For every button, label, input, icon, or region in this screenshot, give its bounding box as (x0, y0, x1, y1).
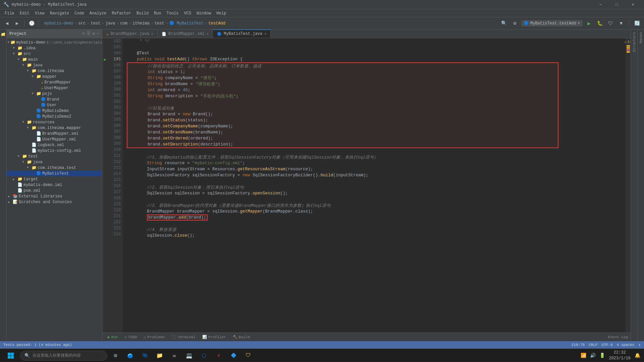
tree-item-target[interactable]: ▶ 📁 target (7, 176, 102, 182)
menu-build[interactable]: Build (134, 10, 151, 16)
tree-item-mybatistest[interactable]: 🔵 MyBatisTest (7, 171, 102, 176)
search-everywhere-button[interactable]: 🔍 (500, 19, 508, 28)
taskbar-git-icon[interactable]: ⚡ (212, 349, 225, 362)
tree-item-java-test[interactable]: ▼ 📁 java (7, 159, 102, 165)
debug-button[interactable]: 🐛 (595, 19, 604, 28)
tray-battery-icon[interactable]: 🔋 (598, 352, 606, 360)
run-config-selector[interactable]: 🔵 MyBatisTest.testAdd ▼ (521, 20, 583, 26)
tree-item-pom-xml[interactable]: 📄 pom.xml (7, 188, 102, 193)
menu-view[interactable]: View (32, 10, 47, 16)
tree-arrow[interactable]: ▼ (22, 63, 27, 67)
start-button[interactable] (3, 349, 19, 362)
menu-edit[interactable]: Edit (17, 10, 32, 16)
back-button[interactable]: ◀ (3, 19, 11, 28)
tree-item-mybatisdemo[interactable]: 🔵 MyBatisDemo (7, 108, 102, 114)
warning-indicator[interactable]: ⚠ 11 (625, 40, 631, 44)
taskbar-vscode-icon[interactable]: ⬡ (197, 349, 211, 362)
menu-navigate[interactable]: Navigate (47, 10, 72, 16)
menu-file[interactable]: File (2, 10, 17, 16)
line-ending[interactable]: CRLF (589, 343, 597, 347)
panel-scope-btn[interactable]: ⊙ (82, 31, 85, 36)
tab-brandmapper-xml[interactable]: 📄 BrandMapper.xml ✕ (158, 29, 213, 38)
bottom-tab-problems[interactable]: ⚠ Problems (141, 334, 167, 340)
tree-item-mybatisdemo2[interactable]: 🔵 MyBatisDemo2 (7, 114, 102, 119)
run-gutter-icon[interactable]: ▶ (102, 56, 108, 62)
tab-mybatistest-java[interactable]: 🔵 MyBatisTest.java ✕ (213, 29, 271, 38)
update-button[interactable]: 🔄 (633, 19, 641, 28)
tree-item-mybatis-demo[interactable]: ▼ 📁 mybatis-demo E:\JAVA_LearningMateria… (7, 40, 102, 45)
close-button[interactable]: ✕ (625, 0, 641, 9)
tree-item-idea[interactable]: ▼ 📁 .idea (7, 45, 102, 51)
tree-arrow[interactable]: ▼ (27, 166, 32, 170)
tree-item-pojo[interactable]: ▼ 📁 pojo (7, 91, 102, 97)
tree-arrow[interactable]: ▼ (17, 58, 22, 61)
tree-arrow[interactable]: ▼ (27, 126, 32, 130)
breadcrumb-mybatistest[interactable]: 🔵 MyBatisTest (169, 21, 203, 26)
code-editor[interactable]: * */ @Test public void testAdd() throws … (123, 38, 626, 333)
file-encoding[interactable]: UTF-8 (602, 343, 613, 347)
tree-arrow[interactable]: ▼ (32, 92, 36, 96)
task-view-button[interactable]: ⊞ (109, 349, 122, 362)
tree-item-src[interactable]: ▼ 📁 src (7, 51, 102, 57)
taskbar-mail-icon[interactable]: ✉ (168, 349, 181, 362)
tree-item-resources[interactable]: ▼ 📁 resources (7, 119, 102, 125)
indent-settings[interactable]: 4 spaces (617, 343, 635, 347)
maximize-button[interactable]: □ (609, 0, 625, 9)
tree-item-brandmapper-xml[interactable]: 📄 BrandMapper.xml (7, 131, 102, 136)
tree-arrow[interactable]: ▼ (32, 75, 36, 78)
event-log-btn[interactable]: Event Log (608, 335, 628, 339)
tree-arrow[interactable]: ▼ (7, 41, 10, 44)
tray-volume-icon[interactable]: 🔊 (589, 352, 597, 360)
menu-code[interactable]: Code (72, 10, 87, 16)
taskbar-security-icon[interactable]: 🛡 (241, 349, 255, 362)
breadcrumb-src[interactable]: src (78, 21, 86, 26)
notifications-icon[interactable]: 🔔 (633, 352, 641, 360)
tree-item-test[interactable]: ▼ 📁 test (7, 154, 102, 159)
settings-button[interactable]: ⚙ (511, 19, 519, 28)
tab-close-brandmapper[interactable]: ✕ (151, 32, 153, 36)
warning-stripe-1[interactable] (627, 45, 630, 47)
tree-item-mybatis-config-xml[interactable]: 📄 mybatis-config.xml (7, 148, 102, 154)
bottom-tab-terminal[interactable]: ⬛ Terminal (169, 334, 198, 340)
tree-arrow[interactable]: ▼ (13, 46, 17, 50)
tree-arrow[interactable]: ▶ (8, 200, 13, 204)
coverage-button[interactable]: 🛡 (606, 19, 615, 28)
panel-gear-btn[interactable]: ⚙ (93, 31, 95, 36)
tree-item-scratches[interactable]: ▶ 📝 Scratches and Consoles (7, 199, 102, 205)
recent-files-button[interactable]: 🕐 (27, 19, 36, 28)
warning-stripe-2[interactable] (627, 47, 630, 49)
tree-item-mapper[interactable]: ▼ 📁 mapper (7, 74, 102, 79)
tree-item-java-main[interactable]: ▼ 📁 java (7, 62, 102, 68)
minimize-button[interactable]: — (593, 0, 608, 9)
tree-item-main[interactable]: ▼ 📁 main (7, 57, 102, 62)
bottom-tab-build[interactable]: 🔨 Build (230, 334, 253, 340)
tab-brandmapper-java[interactable]: ☕ BrandMapper.java ✕ (102, 29, 158, 38)
taskbar-search[interactable]: 🔍 在这里输入你要搜索的内容 (20, 351, 107, 361)
tree-arrow[interactable]: ▶ (13, 177, 17, 181)
menu-refactor[interactable]: Refactor (109, 10, 134, 16)
menu-window[interactable]: Window (194, 10, 214, 16)
breadcrumb-mybatis-demo[interactable]: mybatis-demo (44, 21, 73, 26)
breadcrumb-java[interactable]: java (105, 21, 115, 26)
taskbar-clock[interactable]: 22:32 2023/1/16 (609, 350, 631, 361)
tree-item-com-itheima-mapper[interactable]: ▼ 📁 com.itheima.mapper (7, 125, 102, 131)
project-icon[interactable]: 📁 (1, 32, 6, 37)
taskbar-terminal-icon[interactable]: 💻 (182, 349, 196, 362)
menu-tools[interactable]: Tools (164, 10, 181, 16)
bottom-tab-profiler[interactable]: 📊 Profiler (200, 334, 229, 340)
run-button[interactable]: ▶ (585, 19, 593, 28)
tree-arrow[interactable]: ▼ (17, 155, 22, 158)
tree-arrow[interactable]: ▼ (22, 120, 27, 124)
breadcrumb-testadd[interactable]: testAdd (209, 21, 225, 26)
tree-item-external-libs[interactable]: ▶ 📚 External Libraries (7, 193, 102, 199)
breadcrumb-itheima[interactable]: itheima (132, 21, 149, 26)
tree-item-com-itheima[interactable]: ▼ 📁 com.itheima (7, 68, 102, 74)
taskbar-store-icon[interactable]: 🛍 (138, 349, 152, 362)
tree-item-brandmapper[interactable]: ☕ BrandMapper (7, 79, 102, 85)
breadcrumb-test2[interactable]: test (155, 21, 164, 26)
maven-label[interactable]: Maven (638, 29, 644, 46)
tree-arrow[interactable]: ▼ (22, 160, 27, 164)
breadcrumb-com[interactable]: com (120, 21, 127, 26)
more-run-options[interactable]: ▼ (617, 19, 626, 28)
menu-help[interactable]: Help (214, 10, 229, 16)
